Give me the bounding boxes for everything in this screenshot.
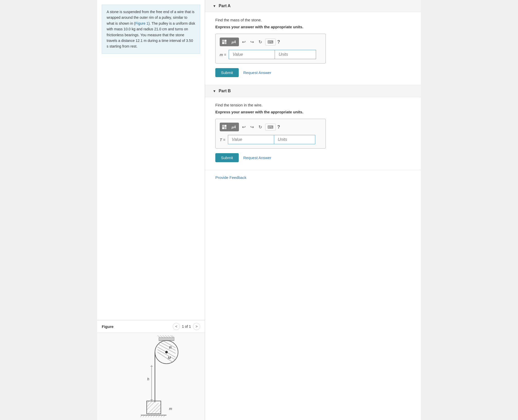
figure-title: Figure <box>102 324 114 329</box>
svg-line-3 <box>160 335 163 337</box>
part-b-units-input[interactable] <box>274 135 315 144</box>
svg-rect-44 <box>222 40 224 42</box>
figure-section: Figure < 1 of 1 > <box>97 320 205 420</box>
svg-line-43 <box>163 415 165 417</box>
part-b-input-row: T = <box>220 135 321 144</box>
provide-feedback-link[interactable]: Provide Feedback <box>205 170 421 185</box>
svg-text:M: M <box>168 356 171 360</box>
svg-rect-45 <box>225 40 226 42</box>
part-b-toolbar: μÅ ↩ ↪ ↻ ⌨ ? <box>220 123 321 131</box>
svg-rect-48 <box>222 125 224 127</box>
svg-line-31 <box>158 411 161 414</box>
right-panel: ▼ Part A Find the mass of the stone. Exp… <box>205 0 421 420</box>
pulley-diagram-svg: R M h <box>113 335 190 418</box>
figure-prev-button[interactable]: < <box>173 323 180 330</box>
svg-rect-49 <box>225 125 226 127</box>
part-b-title: Part B <box>219 89 231 93</box>
part-a-title: Part A <box>219 4 231 8</box>
svg-rect-47 <box>225 42 226 44</box>
svg-line-6 <box>168 335 170 337</box>
svg-line-39 <box>153 415 155 417</box>
part-a-help-button[interactable]: ? <box>277 39 280 45</box>
part-b-description: Find the tension in the wire. <box>215 103 411 107</box>
svg-text:R: R <box>169 345 172 350</box>
part-a-arrow: ▼ <box>213 4 216 8</box>
part-a-redo-button[interactable]: ↪ <box>249 39 255 45</box>
part-a-toolbar: μÅ ↩ ↪ ↻ ⌨ ? <box>220 38 321 46</box>
part-b-label: T = <box>220 138 225 142</box>
svg-rect-1 <box>159 337 174 341</box>
part-b-request-answer-link[interactable]: Request Answer <box>243 156 271 160</box>
part-a-submit-button[interactable]: Submit <box>215 68 239 77</box>
svg-line-34 <box>140 415 142 417</box>
figure-next-button[interactable]: > <box>193 323 200 330</box>
figure-diagram: R M h <box>97 333 205 420</box>
svg-line-8 <box>172 335 174 337</box>
part-b-redo-button[interactable]: ↪ <box>249 124 255 131</box>
left-panel: A stone is suspended from the free end o… <box>97 0 205 420</box>
figure-header: Figure < 1 of 1 > <box>97 320 205 333</box>
svg-text:m: m <box>169 407 172 411</box>
problem-text: A stone is suspended from the free end o… <box>102 5 200 54</box>
part-a-answer-box: μÅ ↩ ↪ ↻ ⌨ ? m = <box>215 34 326 63</box>
part-a-label: m = <box>220 52 226 57</box>
svg-line-25 <box>147 401 149 404</box>
part-b-arrow: ▼ <box>213 89 216 93</box>
part-a-refresh-button[interactable]: ↻ <box>257 39 264 45</box>
figure-counter: 1 of 1 <box>182 324 191 328</box>
svg-text:h: h <box>147 377 149 381</box>
part-b-refresh-button[interactable]: ↻ <box>257 124 264 131</box>
figure-image-area: R M h <box>97 333 205 420</box>
svg-line-37 <box>148 415 150 417</box>
figure-link[interactable]: Figure 1 <box>135 21 148 25</box>
svg-line-38 <box>151 415 152 417</box>
svg-line-2 <box>158 335 160 337</box>
part-b-mu-icon[interactable]: μÅ <box>229 123 239 131</box>
part-a-instruction: Express your answer with the appropriate… <box>215 25 411 29</box>
svg-rect-50 <box>222 127 224 129</box>
part-a-description: Find the mass of the stone. <box>215 18 411 22</box>
part-a-mu-icon[interactable]: μÅ <box>229 38 239 46</box>
svg-line-40 <box>156 415 158 417</box>
part-b-undo-button[interactable]: ↩ <box>240 124 247 131</box>
svg-line-4 <box>163 335 165 337</box>
part-b-submit-button[interactable]: Submit <box>215 153 239 162</box>
part-b-keyboard-button[interactable]: ⌨ <box>265 124 276 131</box>
part-a-grid-icon[interactable] <box>220 38 229 46</box>
part-b-help-button[interactable]: ? <box>277 124 280 130</box>
part-a-header[interactable]: ▼ Part A <box>205 0 421 12</box>
part-a-value-input[interactable] <box>229 50 275 59</box>
svg-line-35 <box>143 415 145 417</box>
svg-line-42 <box>161 415 163 417</box>
part-b-action-row: Submit Request Answer <box>215 153 411 162</box>
part-a-content: Find the mass of the stone. Express your… <box>205 12 421 85</box>
part-b-answer-box: μÅ ↩ ↪ ↻ ⌨ ? T = <box>215 119 326 149</box>
figure-nav: < 1 of 1 > <box>173 323 200 330</box>
part-b-section: ▼ Part B Find the tension in the wire. E… <box>205 85 421 170</box>
svg-line-41 <box>158 415 160 417</box>
svg-line-7 <box>170 335 173 337</box>
part-a-format-group: μÅ <box>220 38 239 46</box>
part-b-instruction: Express your answer with the appropriate… <box>215 110 411 114</box>
svg-line-30 <box>154 407 161 414</box>
svg-rect-46 <box>222 42 224 44</box>
svg-line-5 <box>165 335 168 337</box>
svg-line-36 <box>145 415 147 417</box>
part-b-header[interactable]: ▼ Part B <box>205 85 421 97</box>
part-a-input-row: m = <box>220 50 321 59</box>
svg-point-16 <box>165 351 168 353</box>
part-b-value-input[interactable] <box>228 135 274 144</box>
part-a-request-answer-link[interactable]: Request Answer <box>243 70 271 75</box>
svg-line-26 <box>147 401 152 407</box>
svg-line-28 <box>148 403 159 414</box>
svg-rect-24 <box>147 401 161 414</box>
part-a-action-row: Submit Request Answer <box>215 68 411 77</box>
part-b-format-group: μÅ <box>220 123 239 131</box>
svg-rect-51 <box>225 127 226 129</box>
part-a-keyboard-button[interactable]: ⌨ <box>265 39 276 45</box>
part-b-content: Find the tension in the wire. Express yo… <box>205 97 421 170</box>
part-a-section: ▼ Part A Find the mass of the stone. Exp… <box>205 0 421 85</box>
part-a-units-input[interactable] <box>275 50 316 59</box>
part-a-undo-button[interactable]: ↩ <box>240 39 247 45</box>
part-b-grid-icon[interactable] <box>220 123 229 131</box>
